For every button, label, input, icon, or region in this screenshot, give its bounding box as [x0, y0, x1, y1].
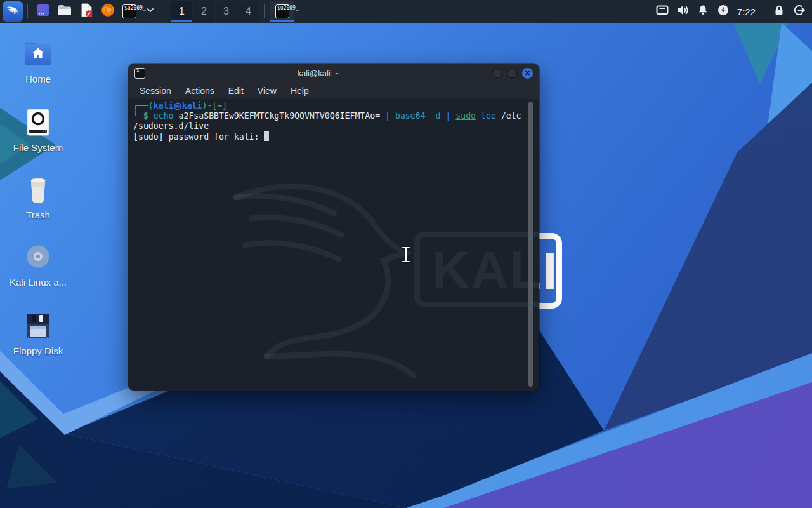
terminal-titlebar[interactable]: kali@kali: ~ ✕ [128, 64, 539, 83]
desktop-icon-label: Floppy Disk [8, 345, 69, 356]
terminal-line: └─$ echo a2FsaSBBTEw9KEFMTCkgTk9QQVNTV0Q… [133, 111, 534, 121]
lock-screen-button[interactable] [771, 1, 787, 22]
terminal-line: [sudo] password for kali: [133, 131, 534, 142]
terminal-line: /sudoers.d/live [133, 121, 534, 131]
taskbar-terminal-window-button[interactable] [270, 1, 294, 22]
notifications-tray-button[interactable] [695, 1, 711, 22]
terminal-cursor [264, 131, 269, 141]
kali-dragon-icon [6, 3, 20, 20]
panel-separator [27, 4, 28, 18]
logout-icon [792, 3, 806, 20]
terminal-icon [122, 4, 136, 18]
chevron-down-icon [146, 6, 155, 17]
ibeam-cursor [400, 245, 412, 267]
home-folder-icon [8, 37, 69, 69]
lock-icon [773, 4, 785, 19]
workspace-4[interactable]: 4 [238, 1, 259, 22]
launcher-file-manager[interactable] [55, 1, 74, 22]
kali-desktop: KALI [0, 0, 812, 508]
launcher-text-editor[interactable] [77, 1, 96, 22]
desktop-icon-file-system[interactable]: File System [8, 105, 69, 153]
display-icon [655, 3, 669, 20]
panel-separator [166, 4, 166, 18]
display-tray-button[interactable] [654, 1, 671, 22]
terminal-menubar: Session Actions Edit View Help [128, 83, 539, 99]
clock[interactable]: 7:22 [737, 6, 756, 17]
terminal-content[interactable]: KALI ┌──(kali㉿kali)-[~]└─$ echo a2FsaSBB… [128, 99, 539, 391]
power-icon [717, 4, 730, 19]
desktop-icon-label: Trash [8, 210, 69, 220]
volume-tray-button[interactable] [674, 1, 691, 22]
workspace-number: 1 [179, 6, 185, 17]
panel-separator [764, 4, 764, 18]
desktop-icon-label: File System [8, 142, 69, 153]
maximize-button[interactable] [507, 68, 518, 79]
floppy-disk-icon [8, 309, 69, 340]
terminal-line: ┌──(kali㉿kali)-[~] [133, 101, 534, 111]
desktop-icon-floppy-disk[interactable]: Floppy Disk [8, 309, 69, 356]
launcher-dropdown-button[interactable] [141, 1, 160, 22]
launcher-firefox[interactable] [98, 1, 117, 22]
trash-icon [8, 173, 69, 204]
minimize-button[interactable] [492, 68, 502, 79]
terminal-scrollbar[interactable] [528, 102, 533, 387]
terminal-icon [134, 68, 145, 79]
menu-help[interactable]: Help [284, 84, 315, 97]
volume-icon [676, 3, 690, 20]
workspace-1[interactable]: 1 [171, 1, 192, 22]
kali-text-watermark: KALI [432, 235, 539, 305]
workspace-number: 2 [201, 6, 207, 17]
panel-separator [264, 4, 265, 18]
launcher-window-switcher[interactable] [34, 1, 53, 22]
workspace-number: 4 [246, 6, 251, 17]
text-editor-icon [79, 3, 94, 20]
close-button[interactable]: ✕ [522, 68, 533, 79]
workspace-number: 3 [223, 6, 229, 17]
workspace-2[interactable]: 2 [193, 1, 214, 22]
logout-button[interactable] [791, 1, 808, 22]
bell-icon [697, 4, 709, 19]
power-manager-tray-button[interactable] [715, 1, 731, 22]
firefox-icon [100, 3, 115, 20]
menu-actions[interactable]: Actions [179, 84, 221, 97]
desktop-icon-home[interactable]: Home [8, 37, 69, 84]
menu-session[interactable]: Session [133, 84, 178, 97]
menu-edit[interactable]: Edit [222, 84, 250, 97]
window-title: kali@kali: ~ [145, 69, 492, 78]
desktop-icon-label: Kali Linux a... [8, 277, 69, 288]
desktop-icon-trash[interactable]: Trash [8, 173, 69, 220]
applications-menu-button[interactable] [3, 1, 23, 22]
launcher-terminal[interactable] [120, 1, 139, 22]
file-manager-icon [57, 3, 72, 20]
terminal-window: kali@kali: ~ ✕ Session Actions Edit View… [128, 64, 539, 391]
cd-disc-icon [8, 240, 69, 272]
desktop-icon-label: Home [8, 74, 69, 84]
desktop-icon-kali-cd[interactable]: Kali Linux a... [8, 240, 69, 288]
window-switcher-icon [36, 3, 51, 20]
workspace-3[interactable]: 3 [216, 1, 237, 22]
menu-view[interactable]: View [251, 84, 283, 97]
terminal-icon [275, 4, 289, 18]
top-panel: 1 2 3 4 [0, 0, 812, 23]
kali-dragon-watermark [223, 163, 439, 378]
hard-drive-icon [8, 105, 69, 137]
